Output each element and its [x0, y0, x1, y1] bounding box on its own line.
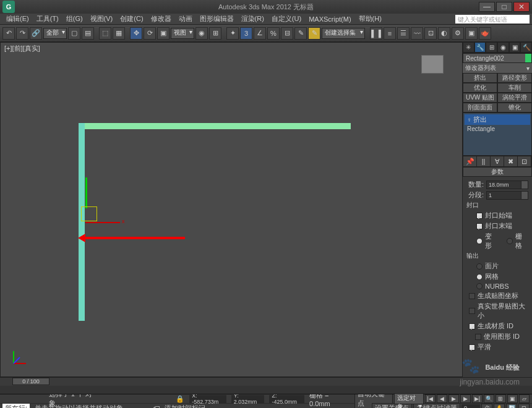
menu-custom[interactable]: 自定义(U) — [268, 14, 305, 23]
show-result-button[interactable]: || — [477, 156, 491, 166]
utilities-tab[interactable]: 🔨 — [520, 42, 532, 53]
stack-item-rectangle[interactable]: Rectangle — [465, 125, 530, 133]
grid-radio[interactable] — [507, 238, 513, 244]
menu-maxscript[interactable]: MAXScript(M) — [305, 15, 354, 23]
viewport-label[interactable]: [+][前][真实] — [4, 44, 40, 53]
menu-views[interactable]: 视图(V) — [87, 14, 117, 23]
goto-start-button[interactable]: |◀ — [425, 394, 435, 403]
help-search-input[interactable]: 键入关键字或短语 — [455, 15, 530, 23]
object-name-field[interactable]: Rectangle002 — [463, 53, 532, 63]
link-button[interactable]: 🔗 — [30, 27, 42, 40]
close-button[interactable]: ✕ — [513, 2, 530, 12]
render-setup-button[interactable]: ⚙ — [452, 27, 464, 40]
menu-group[interactable]: 组(G) — [62, 14, 87, 23]
undo-button[interactable]: ↶ — [2, 27, 15, 40]
layer-button[interactable]: ☰ — [397, 27, 410, 40]
prev-frame-button[interactable]: ◀ — [437, 394, 447, 403]
motion-tab[interactable]: ◉ — [497, 42, 509, 53]
segments-spinner[interactable]: 1 — [486, 191, 528, 200]
restore-button[interactable]: □ — [496, 2, 512, 12]
time-config-button[interactable]: ⏱ — [481, 404, 492, 408]
angle-snap-button[interactable]: ∠ — [254, 27, 266, 40]
key-mode-dropdown[interactable]: 选定对象 — [394, 393, 424, 404]
create-tab[interactable]: ✳ — [463, 42, 474, 53]
fov-button[interactable]: ▱ — [519, 394, 530, 403]
gizmo-x-axis[interactable] — [85, 222, 120, 223]
hierarchy-tab[interactable]: ⊞ — [486, 42, 497, 53]
curve-editor-button[interactable]: 〰 — [411, 27, 423, 40]
gen-mat-checkbox[interactable]: ✓ — [469, 323, 475, 329]
align-button[interactable]: ≡ — [384, 27, 396, 40]
select-name-button[interactable]: ▤ — [82, 27, 94, 40]
render-button[interactable]: 🫖 — [479, 27, 491, 40]
redo-button[interactable]: ↷ — [16, 27, 28, 40]
menu-modifiers[interactable]: 修改器 — [147, 14, 175, 23]
amount-spinner[interactable]: 18.0mm — [486, 181, 528, 189]
render-frame-button[interactable]: ▣ — [465, 27, 478, 40]
add-time-tag[interactable]: 添加时间标记 — [165, 404, 205, 409]
viewcube[interactable] — [421, 55, 444, 74]
menu-create[interactable]: 创建(C) — [116, 14, 147, 23]
select-move-button[interactable]: ✥ — [130, 27, 142, 40]
select-rect-button[interactable]: ⬚ — [99, 27, 111, 40]
snap-toggle-button[interactable]: 3 — [240, 27, 252, 40]
rollout-params-header[interactable]: 参数 — [463, 167, 532, 177]
selection-filter-dropdown[interactable]: 全部 — [43, 28, 67, 39]
cap-start-checkbox[interactable]: ✓ — [476, 213, 483, 219]
percent-snap-button[interactable]: % — [267, 27, 280, 40]
cap-end-checkbox[interactable]: ✓ — [476, 223, 483, 229]
patch-radio[interactable] — [476, 263, 483, 270]
select-object-button[interactable]: ▢ — [68, 27, 80, 40]
zoom-all-button[interactable]: ⊞ — [496, 394, 506, 403]
snap-button[interactable]: ✦ — [226, 27, 239, 40]
pan-button[interactable]: ✋ — [494, 404, 505, 408]
menu-tools[interactable]: 工具(T) — [33, 14, 62, 23]
mesh-radio[interactable] — [476, 274, 483, 280]
material-editor-button[interactable]: ◐ — [438, 27, 450, 40]
current-frame-field[interactable]: 0 — [461, 404, 480, 409]
next-frame-button[interactable]: ▶ — [460, 394, 471, 403]
gen-map-checkbox[interactable] — [469, 293, 475, 299]
pin-stack-button[interactable]: 📌 — [463, 156, 477, 166]
zoom-button[interactable]: 🔍 — [484, 394, 494, 403]
mirror-button[interactable]: ▌▐ — [370, 27, 382, 40]
modifier-list-dropdown[interactable]: 修改器列表 — [463, 63, 532, 73]
geometry-vertical[interactable] — [79, 123, 85, 321]
gizmo-plane[interactable] — [81, 206, 97, 221]
edit-named-button[interactable]: ✎ — [294, 27, 307, 40]
use-shape-checkbox[interactable] — [475, 334, 481, 340]
modifier-stack[interactable]: ♀ 挤出 Rectangle — [463, 113, 532, 156]
gizmo-y-axis[interactable] — [85, 177, 87, 208]
pivot-button[interactable]: ◉ — [195, 27, 208, 40]
mod-btn-pathdeform[interactable]: 路径变形 — [497, 73, 532, 83]
z-coord[interactable]: Z: -425.0mm — [269, 395, 304, 403]
viewport-front[interactable]: [+][前][真实] x — [0, 42, 463, 377]
ref-coord-dropdown[interactable]: 视图 — [171, 28, 194, 39]
stack-item-extrude[interactable]: ♀ 挤出 — [465, 114, 530, 125]
mod-btn-lathe[interactable]: 车削 — [497, 83, 532, 93]
display-tab[interactable]: ▣ — [509, 42, 521, 53]
make-unique-button[interactable]: ∀ — [491, 156, 504, 166]
track-bar[interactable] — [0, 386, 532, 394]
time-slider[interactable]: 0 / 100 — [0, 377, 532, 386]
menu-animation[interactable]: 动画 — [175, 14, 196, 23]
real-world-checkbox[interactable] — [469, 308, 475, 314]
goto-end-button[interactable]: ▶| — [472, 394, 483, 403]
nurbs-radio[interactable] — [476, 283, 483, 289]
mod-btn-taper[interactable]: 锥化 — [497, 103, 532, 113]
window-crossing-button[interactable]: ▦ — [113, 27, 125, 40]
morph-radio[interactable] — [476, 238, 483, 244]
smooth-checkbox[interactable]: ✓ — [469, 344, 475, 351]
menu-render[interactable]: 渲染(R) — [238, 14, 268, 23]
time-slider-handle[interactable]: 0 / 100 — [12, 378, 49, 385]
x-coord[interactable]: X: -582.733m — [189, 395, 226, 403]
named-sel-button[interactable]: ✎ — [308, 27, 320, 40]
zoom-extents-button[interactable]: ▣ — [507, 394, 518, 403]
remove-mod-button[interactable]: ✖ — [504, 156, 518, 166]
mod-btn-section[interactable]: 剖面面面 — [463, 103, 497, 113]
play-button[interactable]: ▶ — [448, 394, 459, 403]
menu-graph[interactable]: 图形编辑器 — [196, 14, 238, 23]
y-coord[interactable]: Y: 2.032mm — [231, 395, 265, 403]
menu-edit[interactable]: 编辑(E) — [2, 14, 33, 23]
named-sel-dropdown[interactable]: 创建选择集 — [322, 28, 365, 39]
